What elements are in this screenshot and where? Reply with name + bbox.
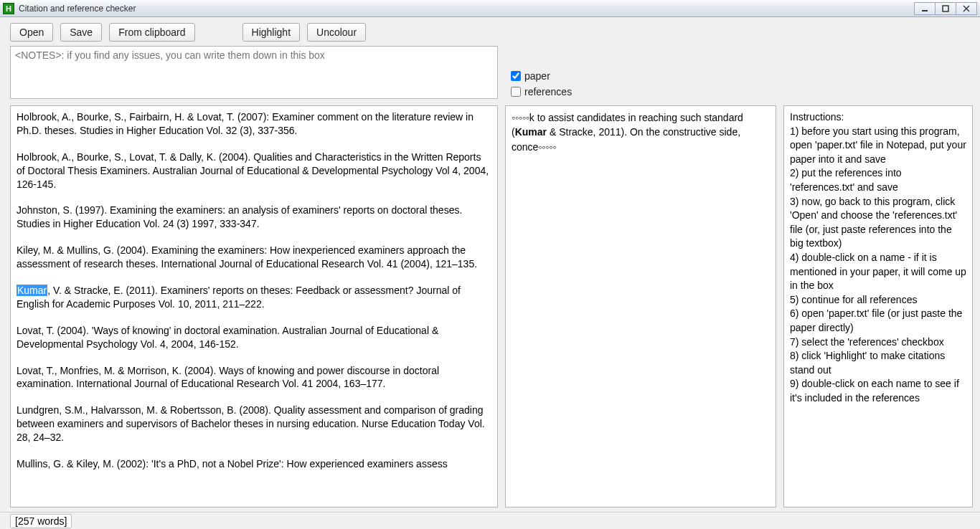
references-pane[interactable]: Holbrook, A., Bourke, S., Fairbairn, H. … (10, 105, 498, 507)
references-checkbox[interactable] (511, 87, 521, 97)
save-button[interactable]: Save (60, 23, 102, 42)
references-checkbox-label[interactable]: references (511, 86, 572, 97)
minimize-button[interactable] (914, 2, 936, 15)
reference-item[interactable]: Lovat, T., Monfries, M. & Morrison, K. (… (17, 364, 491, 391)
window-titlebar: H Citation and reference checker (0, 0, 980, 17)
instructions-content: Instructions: 1) before you start using … (790, 110, 966, 405)
close-button[interactable] (956, 2, 977, 15)
highlight-button[interactable]: Highlight (242, 23, 300, 42)
instruction-line: 2) put the references into 'references.t… (790, 166, 966, 194)
reference-item[interactable]: Kiley, M. & Mullins, G. (2004). Examinin… (17, 244, 491, 271)
paper-checkbox[interactable] (511, 71, 521, 81)
instruction-line: 4) double-click on a name - if it is men… (790, 251, 966, 293)
instruction-line: 9) double-click on each name to see if i… (790, 377, 966, 405)
reference-item[interactable]: Lundgren, S.M., Halvarsson, M. & Roberts… (17, 404, 491, 444)
svg-rect-1 (943, 6, 948, 11)
notes-textarea[interactable] (10, 46, 498, 99)
reference-item[interactable]: Johnston, S. (1997). Examining the exami… (17, 204, 491, 231)
paper-checkbox-label[interactable]: paper (511, 70, 572, 82)
snippet-content: ◦◦◦◦◦k to assist candidates in reaching … (512, 110, 770, 154)
reference-item[interactable]: Mullins, G. & Kiley, M. (2002): 'It's a … (17, 457, 491, 471)
paper-checkbox-text: paper (524, 70, 550, 82)
snippet-bold: Kumar (515, 126, 547, 138)
from-clipboard-button[interactable]: From clipboard (109, 23, 194, 42)
instruction-line: 1) before you start using this program, … (790, 125, 966, 167)
instruction-line: 5) continue for all references (790, 293, 966, 308)
instructions-heading: Instructions: (790, 110, 966, 125)
app-icon: H (3, 3, 14, 14)
view-checks: paper references (511, 70, 572, 97)
instruction-line: 8) click 'Highlight' to make citations s… (790, 349, 966, 377)
instructions-pane[interactable]: Instructions: 1) before you start using … (783, 105, 973, 507)
window-title: Citation and reference checker (19, 4, 136, 14)
reference-item[interactable]: Kumar, V. & Stracke, E. (2011). Examiner… (17, 284, 491, 311)
snippet-pane[interactable]: ◦◦◦◦◦k to assist candidates in reaching … (505, 105, 776, 507)
main-area: Holbrook, A., Bourke, S., Fairbairn, H. … (0, 105, 980, 512)
uncolour-button[interactable]: Uncolour (307, 23, 366, 42)
highlighted-word: Kumar (17, 285, 47, 296)
open-button[interactable]: Open (10, 23, 53, 42)
reference-item[interactable]: Holbrook, A., Bourke, S., Lovat, T. & Da… (17, 151, 491, 191)
instruction-line: 3) now, go back to this program, click '… (790, 195, 966, 251)
word-count: [257 words] (10, 514, 72, 528)
instruction-line: 7) select the 'references' checkbox (790, 335, 966, 350)
instruction-line: 6) open 'paper.txt' file (or just paste … (790, 307, 966, 335)
reference-item[interactable]: Lovat, T. (2004). 'Ways of knowing' in d… (17, 324, 491, 351)
reference-item[interactable]: Holbrook, A., Bourke, S., Fairbairn, H. … (17, 110, 491, 138)
maximize-button[interactable] (935, 2, 956, 15)
toolbar: Open Save From clipboard Highlight Uncol… (0, 17, 980, 46)
status-bar: [257 words] (0, 512, 980, 529)
references-checkbox-text: references (524, 86, 572, 97)
